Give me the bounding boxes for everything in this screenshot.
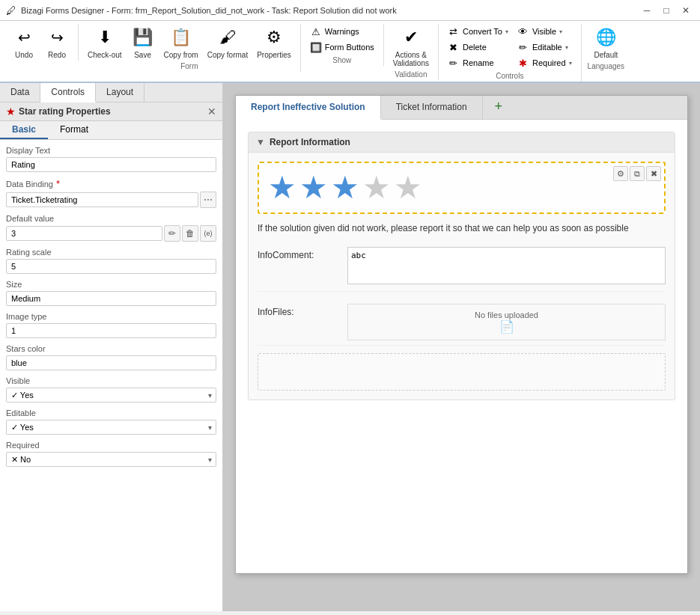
props-subtab-format[interactable]: Format: [48, 121, 100, 139]
copy-from-button[interactable]: 📋 Copy from: [161, 24, 201, 61]
rename-button[interactable]: ✏ Rename: [445, 55, 511, 70]
display-text-label: Display Text: [6, 146, 216, 155]
required-select-row: ✓ Yes ✕ No: [6, 452, 216, 467]
panel-tabs: Data Controls Layout: [0, 83, 222, 102]
default-value-input-row: ✏ 🗑 (e): [6, 225, 216, 242]
add-tab-button[interactable]: +: [483, 96, 515, 119]
languages-items: 🌐 Default: [591, 24, 621, 61]
star-5[interactable]: ★: [394, 172, 422, 204]
default-value-delete-button[interactable]: 🗑: [182, 225, 198, 242]
info-files-label: InfoFiles:: [258, 304, 347, 317]
copy-format-button[interactable]: 🖌 Copy format: [204, 24, 251, 61]
editable-prop-label: Editable: [6, 409, 216, 417]
validation-items: ✔ Actions &Validations: [390, 24, 432, 69]
form-buttons-button[interactable]: 🔲 Form Buttons: [307, 40, 377, 55]
warnings-button[interactable]: ⚠ Warnings: [307, 24, 377, 39]
actions-validations-icon: ✔: [399, 25, 423, 49]
display-text-input[interactable]: [6, 157, 216, 172]
history-items: ↩ Undo ↪ Redo: [9, 24, 72, 61]
star-4[interactable]: ★: [362, 172, 391, 204]
delete-button[interactable]: ✖ Delete: [445, 40, 511, 55]
rating-scale-input[interactable]: [6, 259, 216, 274]
default-language-button[interactable]: 🌐 Default: [591, 24, 621, 61]
tab-controls[interactable]: Controls: [40, 83, 96, 102]
properties-label: Properties: [257, 51, 291, 59]
required-star: *: [56, 178, 60, 189]
star-1[interactable]: ★: [268, 172, 296, 204]
show-group-label: Show: [332, 56, 351, 66]
editable-icon: ✏: [517, 41, 529, 53]
star-tb-copy[interactable]: ⧉: [630, 166, 645, 181]
no-files-text: No files uploaded: [354, 310, 659, 319]
main-layout: Data Controls Layout ★ Star rating Prope…: [0, 83, 700, 611]
section-toggle[interactable]: ▼: [256, 137, 265, 147]
data-binding-row: Data Binding * ⋯: [6, 178, 216, 208]
image-type-label: Image type: [6, 312, 216, 321]
star-tb-delete[interactable]: ✖: [646, 166, 661, 181]
actions-validations-button[interactable]: ✔ Actions &Validations: [390, 24, 432, 69]
stars-color-input[interactable]: [6, 355, 216, 370]
star-2[interactable]: ★: [299, 172, 328, 204]
default-value-label: Default value: [6, 214, 216, 223]
rename-icon: ✏: [448, 57, 460, 69]
undo-button[interactable]: ↩ Undo: [9, 24, 39, 61]
required-button[interactable]: ✱ Required ▾: [514, 55, 575, 70]
section-group: ▼ Report Information ⚙ ⧉ ✖ ★: [248, 132, 675, 400]
convert-to-arrow: ▾: [505, 28, 508, 35]
form-tab-ticket[interactable]: Ticket Information: [381, 96, 483, 119]
ribbon-group-validation: ✔ Actions &Validations Validation: [384, 24, 439, 80]
display-text-row: Display Text: [6, 146, 216, 172]
check-out-button[interactable]: ⬇ Check-out: [85, 24, 125, 61]
editable-select[interactable]: ✓ Yes ✕ No: [6, 420, 216, 435]
editable-row: Editable ✓ Yes ✕ No: [6, 409, 216, 435]
star-3[interactable]: ★: [331, 172, 359, 204]
star-tb-settings[interactable]: ⚙: [613, 166, 628, 181]
editable-select-row: ✓ Yes ✕ No: [6, 420, 216, 435]
info-comment-textarea[interactable]: abc: [347, 247, 666, 284]
convert-to-button[interactable]: ⇄ Convert To ▾: [445, 24, 511, 39]
ribbon-group-controls: ⇄ Convert To ▾ ✖ Delete ✏ Rename: [439, 24, 582, 82]
left-panel: Data Controls Layout ★ Star rating Prope…: [0, 83, 223, 611]
file-upload-icon: 📄: [354, 319, 659, 334]
show-items: ⚠ Warnings 🔲 Form Buttons: [307, 24, 377, 55]
star-rating-container[interactable]: ⚙ ⧉ ✖ ★ ★ ★ ★ ★: [258, 162, 666, 214]
stars-color-row: Stars color: [6, 344, 216, 370]
props-title: Star rating Properties: [19, 106, 207, 117]
save-button[interactable]: 💾 Save: [128, 24, 158, 61]
visible-select[interactable]: ✓ Yes ✕ No: [6, 388, 216, 403]
image-type-row: Image type: [6, 312, 216, 338]
required-select[interactable]: ✓ Yes ✕ No: [6, 452, 216, 467]
check-out-label: Check-out: [88, 51, 122, 59]
undo-label: Undo: [15, 51, 33, 59]
required-label: Required: [532, 58, 566, 67]
props-star-icon: ★: [6, 105, 16, 117]
maximize-button[interactable]: □: [658, 4, 675, 17]
ribbon-group-show: ⚠ Warnings 🔲 Form Buttons Show: [301, 24, 384, 66]
file-upload-area[interactable]: No files uploaded 📄: [347, 304, 666, 340]
form-canvas: Report Ineffective Solution Ticket Infor…: [235, 95, 688, 574]
default-value-expr-button[interactable]: (e): [200, 225, 216, 242]
redo-icon: ↪: [45, 25, 69, 49]
properties-button[interactable]: ⚙ Properties: [254, 24, 294, 61]
form-tab-report[interactable]: Report Ineffective Solution: [236, 96, 381, 120]
tab-data[interactable]: Data: [0, 83, 40, 102]
size-input[interactable]: [6, 291, 216, 306]
languages-group-label: Languages: [588, 62, 625, 72]
editable-button[interactable]: ✏ Editable ▾: [514, 40, 575, 55]
copy-from-label: Copy from: [164, 51, 198, 59]
default-value-edit-button[interactable]: ✏: [164, 225, 180, 242]
default-value-input[interactable]: [6, 226, 162, 241]
data-binding-input[interactable]: [6, 192, 198, 207]
image-type-input[interactable]: [6, 323, 216, 338]
controls-left: ⇄ Convert To ▾ ✖ Delete ✏ Rename: [445, 24, 511, 70]
tab-layout[interactable]: Layout: [96, 83, 144, 102]
redo-button[interactable]: ↪ Redo: [42, 24, 72, 61]
visible-button[interactable]: 👁 Visible ▾: [514, 24, 575, 39]
props-close-button[interactable]: ✕: [207, 105, 216, 117]
size-row: Size: [6, 280, 216, 306]
close-button[interactable]: ✕: [678, 4, 694, 17]
minimize-button[interactable]: ─: [639, 4, 655, 17]
data-binding-browse-button[interactable]: ⋯: [200, 192, 216, 208]
props-body: Display Text Data Binding * ⋯ Default va…: [0, 140, 222, 611]
props-subtab-basic[interactable]: Basic: [0, 121, 48, 139]
